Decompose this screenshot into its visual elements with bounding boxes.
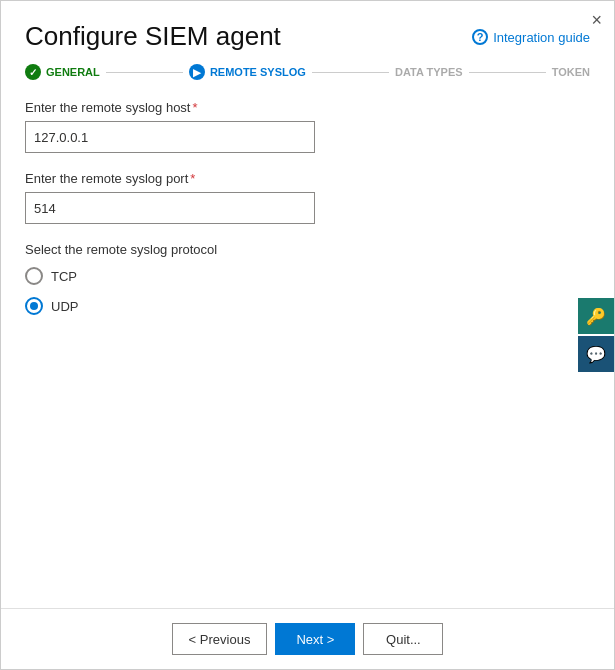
- host-label: Enter the remote syslog host*: [25, 100, 590, 115]
- step-line-2: [312, 72, 389, 73]
- port-required: *: [190, 171, 195, 186]
- dialog-header: Configure SIEM agent ? Integration guide: [1, 1, 614, 64]
- radio-udp-circle: [25, 297, 43, 315]
- step-token-label: TOKEN: [552, 66, 590, 78]
- port-group: Enter the remote syslog port*: [25, 171, 590, 224]
- host-required: *: [192, 100, 197, 115]
- radio-udp-dot: [30, 302, 38, 310]
- help-icon: ?: [472, 29, 488, 45]
- side-support-button[interactable]: 🔑: [578, 298, 614, 334]
- step-token: TOKEN: [552, 66, 590, 78]
- step-data-types: DATA TYPES: [395, 66, 463, 78]
- step-general-label: GENERAL: [46, 66, 100, 78]
- host-input[interactable]: [25, 121, 315, 153]
- previous-button[interactable]: < Previous: [172, 623, 268, 655]
- integration-guide-label: Integration guide: [493, 30, 590, 45]
- step-data-types-label: DATA TYPES: [395, 66, 463, 78]
- radio-udp[interactable]: UDP: [25, 297, 590, 315]
- step-remote-syslog: ▶ REMOTE SYSLOG: [189, 64, 306, 80]
- dialog-title: Configure SIEM agent: [25, 21, 281, 52]
- step-general: ✓ GENERAL: [25, 64, 100, 80]
- radio-udp-label: UDP: [51, 299, 78, 314]
- quit-button[interactable]: Quit...: [363, 623, 443, 655]
- step-line-1: [106, 72, 183, 73]
- step-remote-syslog-label: REMOTE SYSLOG: [210, 66, 306, 78]
- dialog-footer: < Previous Next > Quit...: [1, 608, 614, 669]
- configure-siem-dialog: × Configure SIEM agent ? Integration gui…: [0, 0, 615, 670]
- host-group: Enter the remote syslog host*: [25, 100, 590, 153]
- side-chat-button[interactable]: 💬: [578, 336, 614, 372]
- key-icon: 🔑: [586, 307, 606, 326]
- port-input[interactable]: [25, 192, 315, 224]
- chat-icon: 💬: [586, 345, 606, 364]
- protocol-group: Select the remote syslog protocol TCP UD…: [25, 242, 590, 315]
- radio-tcp-label: TCP: [51, 269, 77, 284]
- side-panel: 🔑 💬: [578, 298, 614, 372]
- radio-tcp-circle: [25, 267, 43, 285]
- step-general-icon: ✓: [25, 64, 41, 80]
- step-line-3: [469, 72, 546, 73]
- close-button[interactable]: ×: [591, 11, 602, 29]
- port-label: Enter the remote syslog port*: [25, 171, 590, 186]
- protocol-label: Select the remote syslog protocol: [25, 242, 590, 257]
- next-button[interactable]: Next >: [275, 623, 355, 655]
- step-remote-syslog-icon: ▶: [189, 64, 205, 80]
- steps-bar: ✓ GENERAL ▶ REMOTE SYSLOG DATA TYPES TOK…: [1, 64, 614, 80]
- integration-guide-link[interactable]: ? Integration guide: [472, 29, 590, 45]
- form-content: Enter the remote syslog host* Enter the …: [1, 100, 614, 608]
- radio-group: TCP UDP: [25, 267, 590, 315]
- radio-tcp[interactable]: TCP: [25, 267, 590, 285]
